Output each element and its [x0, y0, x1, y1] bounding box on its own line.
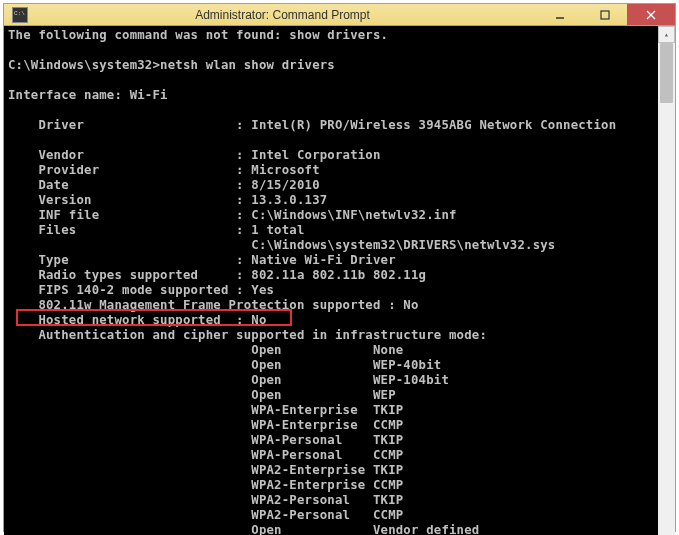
svg-rect-1 [601, 11, 609, 19]
output-line: Radio types supported : 802.11a 802.11b … [8, 268, 426, 282]
output-line: Open WEP-104bit [8, 373, 449, 387]
close-icon [646, 10, 656, 20]
output-line: WPA2-Personal CCMP [8, 508, 403, 522]
output-line: WPA2-Personal TKIP [8, 493, 403, 507]
output-line: WPA-Personal TKIP [8, 433, 403, 447]
output-line: FIPS 140-2 mode supported : Yes [8, 283, 274, 297]
output-line: Authentication and cipher supported in i… [8, 328, 487, 342]
scroll-track[interactable] [658, 43, 675, 535]
output-line: 802.11w Management Frame Protection supp… [8, 298, 419, 312]
output-line: Hosted network supported : No [8, 313, 267, 327]
output-line: Files : 1 total [8, 223, 305, 237]
command-prompt-window: Administrator: Command Prompt The follow… [3, 3, 676, 532]
maximize-button[interactable] [582, 4, 627, 25]
maximize-icon [600, 10, 610, 20]
output-line: Version : 13.3.0.137 [8, 193, 327, 207]
output-line: WPA2-Enterprise TKIP [8, 463, 403, 477]
scroll-thumb[interactable] [660, 43, 673, 103]
output-line: Provider : Microsoft [8, 163, 320, 177]
window-controls [537, 4, 675, 25]
titlebar[interactable]: Administrator: Command Prompt [4, 4, 675, 26]
output-line: INF file : C:\Windows\INF\netwlv32.inf [8, 208, 457, 222]
output-line: Type : Native Wi-Fi Driver [8, 253, 396, 267]
cmd-icon [12, 7, 28, 23]
window-title: Administrator: Command Prompt [28, 8, 537, 22]
output-line: Driver : Intel(R) PRO/Wireless 3945ABG N… [8, 118, 616, 132]
terminal-area: The following command was not found: sho… [4, 26, 675, 535]
output-line: Vendor : Intel Corporation [8, 148, 381, 162]
output-line: Open Vendor defined [8, 523, 479, 535]
output-line: Date : 8/15/2010 [8, 178, 320, 192]
minimize-icon [555, 10, 565, 20]
scroll-up-button[interactable]: ▴ [658, 26, 675, 43]
output-line: WPA-Enterprise CCMP [8, 418, 403, 432]
output-line: Open None [8, 343, 403, 357]
output-line: The following command was not found: sho… [8, 28, 388, 42]
minimize-button[interactable] [537, 4, 582, 25]
output-line: Open WEP [8, 388, 396, 402]
terminal-output[interactable]: The following command was not found: sho… [4, 26, 658, 535]
output-line: C:\Windows\system32\DRIVERS\netwlv32.sys [8, 238, 555, 252]
close-button[interactable] [627, 4, 675, 25]
output-line: WPA-Enterprise TKIP [8, 403, 403, 417]
output-line: WPA-Personal CCMP [8, 448, 403, 462]
output-line: Open WEP-40bit [8, 358, 441, 372]
output-line: WPA2-Enterprise CCMP [8, 478, 403, 492]
vertical-scrollbar[interactable]: ▴ ▾ [658, 26, 675, 535]
output-line: Interface name: Wi-Fi [8, 88, 168, 102]
output-line: C:\Windows\system32>netsh wlan show driv… [8, 58, 335, 72]
